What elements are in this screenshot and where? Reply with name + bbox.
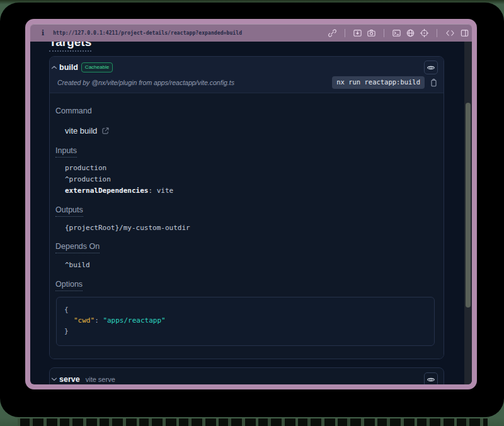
crosshair-icon[interactable] — [420, 28, 429, 38]
code-icon[interactable] — [445, 28, 455, 38]
code-line: } — [64, 326, 427, 337]
globe-icon[interactable] — [406, 28, 415, 38]
build-card-header[interactable]: build Cacheable Created by @nx/vite/plug… — [50, 57, 444, 93]
view-target-button[interactable] — [424, 60, 438, 74]
view-target-button[interactable] — [424, 372, 438, 384]
build-card-body: Command vite build Inputs production ^pr… — [50, 93, 444, 359]
window-titlebar: i http://127.0.0.1:4211/project-details/… — [30, 24, 472, 42]
page-title: Targets — [49, 42, 444, 49]
section-label-options: Options — [55, 280, 83, 291]
page-content: Targets build Cacheable Created by @nx/v… — [30, 42, 472, 384]
section-label-inputs: Inputs — [55, 146, 77, 158]
terminal-icon[interactable] — [392, 28, 401, 38]
copy-command-button[interactable] — [429, 78, 438, 88]
code-line: { — [64, 304, 427, 315]
titlebar-toolbar — [328, 28, 469, 38]
input-item: externalDependencies: vite — [65, 185, 435, 197]
eye-icon — [427, 64, 435, 72]
depends-on-item: ^build — [65, 261, 435, 270]
section-label-depends-on: Depends On — [55, 242, 100, 253]
serve-subtitle: vite serve — [86, 376, 115, 383]
url-text[interactable]: http://127.0.0.1:4211/project-details/re… — [53, 30, 242, 36]
serve-card-header[interactable]: serve vite serve — [50, 368, 444, 384]
input-item: production — [65, 163, 435, 174]
browser-window: i http://127.0.0.1:4211/project-details/… — [25, 19, 477, 389]
output-item: {projectRoot}/my-custom-outdir — [65, 224, 435, 233]
section-label-outputs: Outputs — [55, 205, 83, 217]
desktop-bottom-band — [18, 418, 488, 426]
run-command-chip: nx run reactapp:build — [332, 76, 425, 88]
copy-icon — [429, 78, 438, 88]
scrollbar-track[interactable] — [464, 42, 472, 384]
created-by-text: Created by @nx/vite/plugin from apps/rea… — [57, 79, 234, 86]
chevron-down-icon[interactable] — [51, 376, 57, 383]
camera-icon[interactable] — [367, 28, 376, 38]
chevron-up-icon[interactable] — [51, 64, 57, 71]
inputs-list: production ^production externalDependenc… — [65, 163, 435, 197]
scrollbar-thumb[interactable] — [466, 103, 471, 308]
command-value: vite build — [65, 126, 435, 135]
target-card-serve: serve vite serve — [49, 367, 444, 384]
screenshot-icon[interactable] — [353, 28, 362, 38]
toolbar-divider — [437, 29, 437, 37]
target-card-build: build Cacheable Created by @nx/vite/plug… — [49, 56, 444, 359]
toolbar-divider — [345, 29, 345, 37]
cacheable-badge: Cacheable — [81, 62, 113, 72]
external-link-icon[interactable] — [101, 127, 110, 135]
section-label-command: Command — [55, 106, 92, 115]
input-item: ^production — [65, 174, 435, 185]
target-name: build — [59, 63, 78, 72]
toolbar-divider — [384, 29, 384, 37]
code-line: "cwd": "apps/reactapp" — [64, 315, 427, 326]
info-icon: i — [42, 29, 44, 37]
options-code-block: { "cwd": "apps/reactapp" } — [56, 297, 435, 346]
eye-icon — [427, 376, 435, 384]
sidebar-icon[interactable] — [460, 28, 469, 38]
link-icon[interactable] — [328, 28, 337, 38]
target-name: serve — [59, 375, 80, 384]
